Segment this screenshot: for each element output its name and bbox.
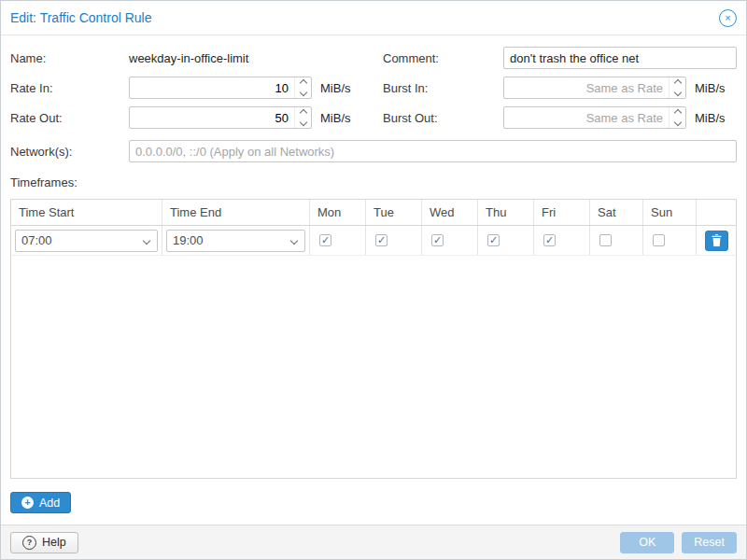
- checkbox-sat[interactable]: [599, 234, 612, 246]
- comment-field-group: Comment:: [383, 47, 737, 69]
- grid-empty-area: [11, 256, 736, 478]
- table-row: 07:00 19:00: [11, 226, 736, 256]
- dialog-title: Edit: Traffic Control Rule: [10, 10, 151, 25]
- column-header-fri[interactable]: Fri: [534, 200, 590, 225]
- burst-out-unit: MiB/s: [695, 111, 726, 125]
- rate-in-field: [129, 77, 312, 99]
- form-row-rate-in-burst-in: Rate In: MiB/s Burst In: MiB/s: [10, 77, 737, 99]
- rate-in-unit: MiB/s: [320, 81, 351, 95]
- form-row-networks: Network(s):: [10, 140, 737, 162]
- burst-in-input[interactable]: [503, 77, 686, 99]
- chevron-down-icon: [143, 236, 150, 244]
- checkbox-thu[interactable]: [487, 234, 500, 246]
- help-button-label: Help: [42, 536, 66, 549]
- column-header-time-end[interactable]: Time End: [162, 200, 310, 225]
- rate-in-label: Rate In:: [10, 81, 129, 95]
- chevron-down-icon: [290, 236, 298, 244]
- timeframes-grid: Time Start Time End Mon Tue Wed Thu Fri …: [10, 199, 737, 479]
- rate-out-input[interactable]: [129, 106, 312, 129]
- dialog-body: Name: weekday-in-office-limit Comment: R…: [1, 35, 746, 525]
- column-header-sat[interactable]: Sat: [590, 200, 643, 225]
- name-label: Name:: [10, 51, 129, 65]
- networks-label: Network(s):: [10, 145, 129, 159]
- time-end-value: 19:00: [173, 233, 204, 247]
- burst-in-unit: MiB/s: [695, 81, 726, 95]
- ok-button[interactable]: OK: [620, 532, 674, 553]
- column-header-actions: [697, 200, 736, 225]
- name-field-group: Name: weekday-in-office-limit: [10, 47, 364, 69]
- time-end-combo[interactable]: 19:00: [166, 230, 305, 252]
- networks-field-group: Network(s):: [10, 140, 737, 162]
- spinner-icon[interactable]: [294, 77, 311, 98]
- question-circle-icon: ?: [22, 536, 36, 550]
- comment-input[interactable]: [503, 47, 737, 69]
- burst-in-field: [503, 77, 686, 99]
- spinner-icon[interactable]: [669, 107, 685, 128]
- rate-out-field-group: Rate Out: MiB/s: [10, 106, 364, 129]
- burst-out-field-group: Burst Out: MiB/s: [383, 106, 737, 129]
- edit-traffic-control-rule-dialog: Edit: Traffic Control Rule × Name: weekd…: [0, 0, 747, 560]
- dialog-footer: ? Help OK Reset: [1, 525, 746, 559]
- add-button-label: Add: [39, 497, 60, 510]
- burst-out-label: Burst Out:: [383, 111, 503, 125]
- column-header-mon[interactable]: Mon: [310, 200, 366, 225]
- plus-circle-icon: +: [21, 497, 34, 509]
- time-start-combo[interactable]: 07:00: [15, 230, 158, 252]
- column-header-tue[interactable]: Tue: [366, 200, 422, 225]
- networks-input[interactable]: [129, 140, 737, 162]
- burst-in-label: Burst In:: [383, 81, 503, 95]
- checkbox-wed[interactable]: [431, 234, 444, 246]
- rate-out-label: Rate Out:: [10, 111, 129, 125]
- column-header-wed[interactable]: Wed: [422, 200, 478, 225]
- add-button[interactable]: + Add: [10, 492, 71, 513]
- spinner-icon[interactable]: [669, 77, 685, 98]
- close-icon[interactable]: ×: [719, 9, 737, 27]
- checkbox-mon[interactable]: [319, 234, 331, 246]
- delete-row-button[interactable]: [705, 231, 728, 251]
- rate-out-field: [129, 106, 312, 129]
- grid-header: Time Start Time End Mon Tue Wed Thu Fri …: [11, 200, 736, 226]
- timeframes-label: Timeframes:: [10, 175, 737, 189]
- checkbox-tue[interactable]: [375, 234, 388, 246]
- comment-label: Comment:: [383, 51, 503, 65]
- reset-button[interactable]: Reset: [682, 532, 737, 553]
- column-header-sun[interactable]: Sun: [643, 200, 697, 225]
- rate-out-unit: MiB/s: [320, 111, 351, 125]
- rate-in-input[interactable]: [129, 77, 312, 99]
- checkbox-fri[interactable]: [543, 234, 556, 246]
- burst-in-field-group: Burst In: MiB/s: [383, 77, 737, 99]
- rate-in-field-group: Rate In: MiB/s: [10, 77, 364, 99]
- column-header-thu[interactable]: Thu: [478, 200, 534, 225]
- burst-out-input[interactable]: [503, 106, 686, 129]
- trash-icon: [712, 234, 722, 246]
- form-row-rate-out-burst-out: Rate Out: MiB/s Burst Out: MiB/s: [10, 106, 737, 129]
- form-row-name-comment: Name: weekday-in-office-limit Comment:: [10, 47, 737, 69]
- name-value: weekday-in-office-limit: [129, 51, 248, 65]
- spinner-icon[interactable]: [294, 107, 311, 128]
- burst-out-field: [503, 106, 686, 129]
- checkbox-sun[interactable]: [653, 234, 665, 246]
- help-button[interactable]: ? Help: [10, 532, 78, 553]
- dialog-titlebar: Edit: Traffic Control Rule ×: [1, 1, 746, 35]
- column-header-time-start[interactable]: Time Start: [11, 200, 162, 225]
- time-start-value: 07:00: [21, 233, 52, 247]
